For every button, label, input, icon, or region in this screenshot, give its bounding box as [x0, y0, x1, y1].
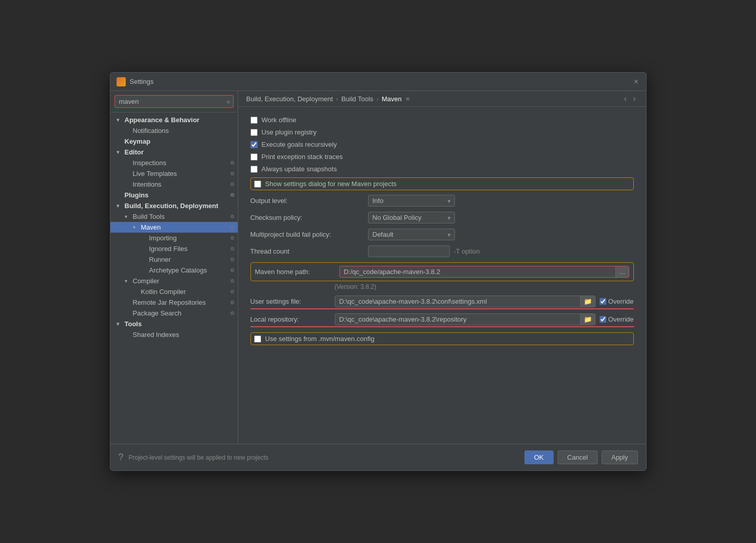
sidebar-item-label: Notifications: [133, 127, 169, 134]
sidebar-item-label: Plugins: [125, 191, 149, 199]
work-offline-row: Work offline: [250, 116, 634, 124]
back-arrow[interactable]: ‹: [622, 94, 629, 103]
search-input[interactable]: [114, 95, 234, 108]
sidebar-item-archetype-catalogs[interactable]: Archetype Catalogs ⚙: [110, 265, 238, 276]
local-repository-input[interactable]: [335, 314, 580, 325]
gear-icon: ⚙: [230, 289, 235, 295]
sidebar-item-label: Kotlin Compiler: [141, 288, 186, 296]
sidebar-item-label: Appearance & Behavior: [125, 116, 200, 124]
sidebar-item-plugins[interactable]: Plugins ⚙: [110, 190, 238, 200]
sidebar: × ▾ Appearance & Behavior Notifications: [110, 91, 238, 444]
sidebar-item-keymap[interactable]: Keymap: [110, 136, 238, 147]
cancel-button[interactable]: Cancel: [558, 450, 598, 464]
sidebar-item-ignored-files[interactable]: Ignored Files ⚙: [110, 243, 238, 254]
sidebar-item-label: Shared Indexes: [133, 331, 179, 338]
dialog-footer: ? Project-level settings will be applied…: [110, 444, 646, 470]
output-level-select[interactable]: Quiet Info Debug: [368, 195, 455, 207]
checksum-policy-select-wrap: No Global Policy Fail Warn Ignore ▼: [368, 212, 455, 223]
user-settings-input-wrap: 📁: [335, 296, 595, 307]
sidebar-item-tools[interactable]: ▾ Tools: [110, 319, 238, 329]
execute-goals-checkbox[interactable]: [250, 141, 258, 148]
expand-arrow: ▾: [117, 117, 123, 123]
sidebar-item-label: Archetype Catalogs: [149, 266, 207, 274]
app-icon: [117, 77, 126, 86]
work-offline-label: Work offline: [262, 116, 296, 124]
sidebar-item-remote-jar-repos[interactable]: Remote Jar Repositories ⚙: [110, 297, 238, 308]
sidebar-item-intentions[interactable]: Intentions ⚙: [110, 179, 238, 190]
always-update-label: Always update snapshots: [262, 165, 337, 173]
forward-arrow[interactable]: ›: [631, 94, 637, 103]
execute-goals-row: Execute goals recursively: [250, 141, 634, 148]
ok-button[interactable]: OK: [524, 450, 554, 464]
sidebar-item-runner[interactable]: Runner ⚙: [110, 254, 238, 265]
sidebar-item-package-search[interactable]: Package Search ⚙: [110, 308, 238, 319]
use-plugin-registry-row: Use plugin registry: [250, 128, 634, 136]
use-plugin-registry-checkbox[interactable]: [250, 129, 258, 136]
checksum-policy-select[interactable]: No Global Policy Fail Warn Ignore: [368, 212, 455, 223]
local-repository-browse-button[interactable]: 📁: [580, 314, 595, 325]
multiproject-fail-select[interactable]: Default At End Never Fail Fast: [368, 229, 455, 240]
maven-home-path-input[interactable]: [340, 266, 615, 277]
print-exception-row: Print exception stack traces: [250, 153, 634, 161]
sidebar-item-build-execution[interactable]: ▾ Build, Execution, Deployment: [110, 200, 238, 211]
t-option-label: -T option: [454, 247, 480, 255]
help-button[interactable]: ?: [119, 452, 124, 463]
gear-icon: ⚙: [230, 192, 235, 198]
show-settings-dialog-checkbox[interactable]: [254, 180, 261, 188]
search-clear-button[interactable]: ×: [226, 98, 231, 105]
breadcrumb: Build, Execution, Deployment › Build Too…: [238, 91, 646, 107]
sidebar-item-live-templates[interactable]: Live Templates ⚙: [110, 168, 238, 179]
thread-count-input[interactable]: [368, 245, 450, 257]
search-wrap: ×: [114, 95, 234, 108]
apply-button[interactable]: Apply: [602, 450, 638, 464]
thread-count-label: Thread count: [250, 247, 368, 255]
maven-home-browse-button[interactable]: …: [615, 266, 629, 277]
sidebar-item-shared-indexes[interactable]: Shared Indexes: [110, 329, 238, 340]
close-button[interactable]: ×: [633, 78, 640, 85]
pin-icon[interactable]: ≡: [406, 95, 410, 103]
local-repository-override-label: Override: [608, 315, 634, 323]
sidebar-item-label: Build, Execution, Deployment: [125, 202, 218, 210]
user-settings-file-input[interactable]: [335, 296, 580, 307]
dialog-title: Settings: [130, 78, 633, 85]
always-update-checkbox[interactable]: [250, 166, 258, 173]
multiproject-fail-label: Multiproject build fail policy:: [250, 231, 368, 238]
gear-icon: ⚙: [230, 171, 235, 176]
work-offline-checkbox[interactable]: [250, 117, 258, 124]
sidebar-tree: ▾ Appearance & Behavior Notifications Ke…: [110, 112, 238, 444]
user-settings-browse-button[interactable]: 📁: [580, 296, 595, 307]
sidebar-item-label: Inspections: [133, 159, 167, 167]
settings-panel: Work offline Use plugin registry Execute…: [238, 107, 646, 444]
output-level-label: Output level:: [250, 197, 368, 205]
thread-count-row: Thread count -T option: [250, 245, 634, 257]
user-settings-override-wrap: Override: [600, 298, 634, 305]
user-settings-override-checkbox[interactable]: [600, 298, 606, 305]
sidebar-item-inspections[interactable]: Inspections ⚙: [110, 157, 238, 168]
sidebar-item-notifications[interactable]: Notifications: [110, 125, 238, 136]
sidebar-item-label: Live Templates: [133, 170, 177, 177]
maven-home-path-input-wrap: …: [339, 266, 629, 278]
sidebar-item-editor[interactable]: ▾ Editor: [110, 147, 238, 157]
gear-icon: ⚙: [230, 310, 235, 316]
sidebar-item-label: Intentions: [133, 180, 162, 188]
local-repository-override-checkbox[interactable]: [600, 316, 606, 323]
sidebar-item-maven[interactable]: ▾ Maven ⚙: [110, 222, 238, 233]
print-exception-checkbox[interactable]: [250, 153, 258, 161]
sidebar-item-label: Remote Jar Repositories: [133, 299, 206, 306]
breadcrumb-separator: ›: [376, 95, 378, 103]
gear-icon: ⚙: [230, 246, 235, 252]
sidebar-item-label: Package Search: [133, 309, 181, 317]
breadcrumb-item-3: Maven: [382, 95, 402, 103]
sidebar-item-label: Ignored Files: [149, 245, 188, 253]
checksum-policy-row: Checksum policy: No Global Policy Fail W…: [250, 212, 634, 223]
sidebar-item-kotlin-compiler[interactable]: Kotlin Compiler ⚙: [110, 286, 238, 297]
gear-icon: ⚙: [230, 278, 235, 284]
sidebar-item-compiler[interactable]: ▾ Compiler ⚙: [110, 276, 238, 286]
sidebar-item-build-tools[interactable]: ▾ Build Tools ⚙: [110, 211, 238, 222]
user-settings-file-row: User settings file: 📁 Override: [250, 296, 634, 309]
print-exception-label: Print exception stack traces: [262, 153, 343, 161]
user-settings-override-label: Override: [608, 298, 634, 305]
sidebar-item-importing[interactable]: Importing ⚙: [110, 233, 238, 243]
use-mvn-config-checkbox[interactable]: [254, 335, 261, 343]
sidebar-item-appearance[interactable]: ▾ Appearance & Behavior: [110, 115, 238, 125]
